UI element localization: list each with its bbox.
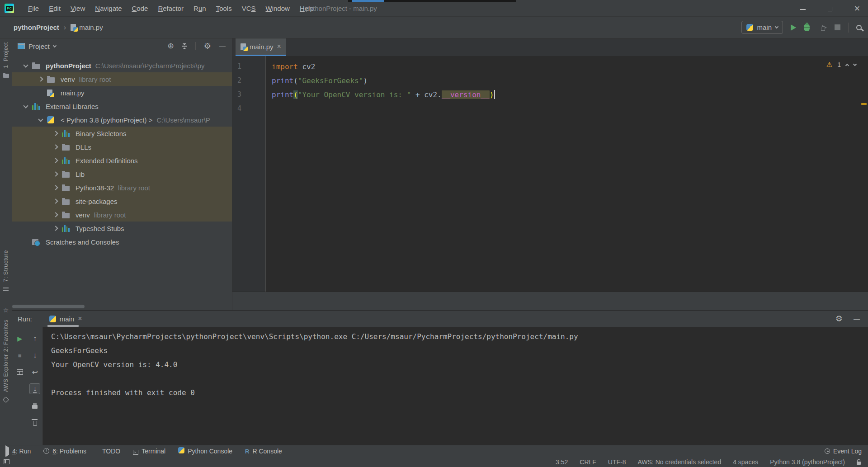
status-line-ending[interactable]: CRLF bbox=[580, 458, 596, 466]
restore-button[interactable] bbox=[826, 4, 835, 13]
chevron-down-icon[interactable] bbox=[52, 43, 56, 47]
hide-panel-icon[interactable] bbox=[219, 42, 226, 50]
sidebar-item-structure[interactable]: 7: Structure bbox=[3, 250, 9, 292]
sidebar-item-favorites[interactable]: 2: Favorites bbox=[3, 306, 9, 352]
run-console-output[interactable]: C:\Users\msaur\PycharmProjects\pythonPro… bbox=[43, 327, 868, 445]
up-stack-button[interactable] bbox=[29, 333, 40, 344]
line-number[interactable]: 1 bbox=[232, 60, 265, 74]
project-panel: Project pythonProjectC:\Users\msaur\Pych… bbox=[12, 38, 232, 310]
collapse-all-icon[interactable] bbox=[182, 43, 187, 49]
locate-file-icon[interactable] bbox=[168, 42, 174, 50]
run-config-selector[interactable]: main bbox=[741, 21, 783, 34]
restore-layout-button[interactable] bbox=[14, 367, 25, 377]
sidebar-item-project[interactable]: 1: Project bbox=[3, 42, 9, 78]
project-panel-title[interactable]: Project bbox=[28, 42, 50, 50]
status-interpreter[interactable]: Python 3.8 (pythonProject) bbox=[770, 458, 845, 466]
tree-item-extended-definitions[interactable]: Extended Definitions bbox=[12, 154, 232, 167]
down-stack-button[interactable] bbox=[29, 350, 40, 361]
chevron-right-icon[interactable] bbox=[53, 185, 58, 190]
scroll-to-end-button[interactable] bbox=[29, 383, 40, 394]
soft-wrap-button[interactable] bbox=[29, 367, 40, 377]
stop-button[interactable] bbox=[14, 350, 25, 361]
menu-item-file[interactable]: File bbox=[23, 5, 44, 12]
lock-icon[interactable] bbox=[857, 462, 861, 465]
coverage-button[interactable] bbox=[822, 25, 827, 30]
tree-item-python38-32[interactable]: Python38-32library root bbox=[12, 181, 232, 194]
tree-item-venv[interactable]: venvlibrary root bbox=[12, 208, 232, 222]
tool-window-event-log[interactable]: Event Log bbox=[825, 448, 862, 455]
chevron-right-icon[interactable] bbox=[53, 226, 58, 231]
next-warning-icon[interactable] bbox=[853, 62, 857, 66]
menu-item-vcs[interactable]: VCS bbox=[237, 5, 261, 12]
chevron-down-icon[interactable] bbox=[38, 117, 43, 122]
line-number[interactable]: 2 bbox=[232, 74, 265, 88]
debug-button[interactable] bbox=[804, 24, 810, 31]
search-everywhere-icon[interactable] bbox=[856, 25, 862, 30]
breadcrumb-file[interactable]: main.py bbox=[79, 24, 103, 31]
sidebar-item-aws-explorer[interactable]: AWS Explorer bbox=[3, 354, 9, 402]
run-button[interactable] bbox=[791, 24, 796, 31]
tree-item-venv[interactable]: venvlibrary root bbox=[12, 72, 232, 86]
breadcrumb-project[interactable]: pythonProject bbox=[14, 24, 59, 31]
chevron-down-icon[interactable] bbox=[23, 62, 28, 67]
tree-item-main-py[interactable]: main.py bbox=[12, 86, 232, 99]
tool-window-python-console[interactable]: Python Console bbox=[178, 447, 232, 455]
status-indent[interactable]: 4 spaces bbox=[733, 458, 758, 466]
hide-run-panel-icon[interactable] bbox=[854, 315, 860, 323]
chevron-right-icon[interactable] bbox=[53, 171, 58, 176]
menu-item-window[interactable]: Window bbox=[261, 5, 295, 12]
close-tab-icon[interactable] bbox=[277, 42, 281, 51]
status-caret-position[interactable]: 3:52 bbox=[556, 458, 568, 466]
editor-body[interactable]: 1234 import cv2print("GeeksForGeeks")pri… bbox=[232, 56, 868, 292]
prev-warning-icon[interactable] bbox=[845, 63, 849, 67]
tree-item-python-3-8-pythonproject[interactable]: < Python 3.8 (pythonProject) >C:\Users\m… bbox=[12, 113, 232, 127]
pycharm-logo-icon: PC bbox=[5, 4, 14, 13]
tree-item-site-packages[interactable]: site-packages bbox=[12, 194, 232, 208]
menu-item-navigate[interactable]: Navigate bbox=[90, 5, 127, 12]
chevron-right-icon[interactable] bbox=[53, 131, 58, 136]
line-number[interactable]: 3 bbox=[232, 88, 265, 102]
tree-item-external-libraries[interactable]: External Libraries bbox=[12, 99, 232, 113]
clear-button[interactable] bbox=[29, 417, 40, 428]
print-button[interactable] bbox=[29, 400, 40, 411]
tree-item-lib[interactable]: Lib bbox=[12, 167, 232, 181]
stop-button[interactable] bbox=[835, 24, 840, 30]
menu-item-edit[interactable]: Edit bbox=[44, 5, 66, 12]
status-aws-credentials[interactable]: AWS: No credentials selected bbox=[638, 458, 722, 466]
tool-window-r-console[interactable]: R Console bbox=[245, 448, 282, 455]
menu-item-refactor[interactable]: Refactor bbox=[153, 5, 189, 12]
chevron-right-icon[interactable] bbox=[53, 198, 58, 203]
tool-window-terminal[interactable]: >_Terminal bbox=[133, 448, 165, 455]
status-encoding[interactable]: UTF-8 bbox=[608, 458, 626, 466]
menu-item-code[interactable]: Code bbox=[127, 5, 153, 12]
chevron-right-icon[interactable] bbox=[53, 144, 58, 149]
rerun-button[interactable] bbox=[14, 333, 25, 344]
menu-item-run[interactable]: Run bbox=[189, 5, 211, 12]
chevron-right-icon[interactable] bbox=[53, 212, 58, 217]
tree-item-pythonproject[interactable]: pythonProjectC:\Users\msaur\PycharmProje… bbox=[12, 59, 232, 72]
tool-window-todo[interactable]: TODO bbox=[99, 448, 120, 455]
tree-item-binary-skeletons[interactable]: Binary Skeletons bbox=[12, 127, 232, 140]
tree-item-dlls[interactable]: DLLs bbox=[12, 140, 232, 154]
code-area[interactable]: import cv2print("GeeksForGeeks")print("Y… bbox=[266, 56, 495, 292]
gear-icon[interactable] bbox=[204, 42, 211, 51]
close-run-tab-icon[interactable] bbox=[78, 315, 82, 323]
warning-stripe-mark[interactable] bbox=[861, 103, 867, 105]
minimize-button[interactable] bbox=[798, 4, 807, 13]
tree-item-scratches-and-consoles[interactable]: Scratches and Consoles bbox=[12, 235, 232, 249]
menu-item-tools[interactable]: Tools bbox=[211, 5, 237, 12]
tool-window-4-run[interactable]: 4: Run bbox=[5, 448, 31, 455]
chevron-right-icon[interactable] bbox=[53, 158, 58, 163]
tool-window-6-problems[interactable]: !6: Problems bbox=[43, 448, 86, 455]
tree-item-typeshed-stubs[interactable]: Typeshed Stubs bbox=[12, 222, 232, 235]
run-tab-main[interactable]: main bbox=[46, 311, 86, 327]
tool-window-toggle-icon[interactable] bbox=[4, 459, 9, 464]
close-button[interactable] bbox=[853, 4, 862, 13]
tab-main-py[interactable]: main.py bbox=[236, 38, 286, 56]
chevron-right-icon[interactable] bbox=[38, 76, 43, 81]
menu-item-view[interactable]: View bbox=[66, 5, 90, 12]
line-number[interactable]: 4 bbox=[232, 102, 265, 116]
chevron-down-icon[interactable] bbox=[23, 103, 28, 108]
horizontal-scrollbar[interactable] bbox=[12, 305, 85, 308]
run-settings-gear-icon[interactable] bbox=[835, 315, 843, 323]
